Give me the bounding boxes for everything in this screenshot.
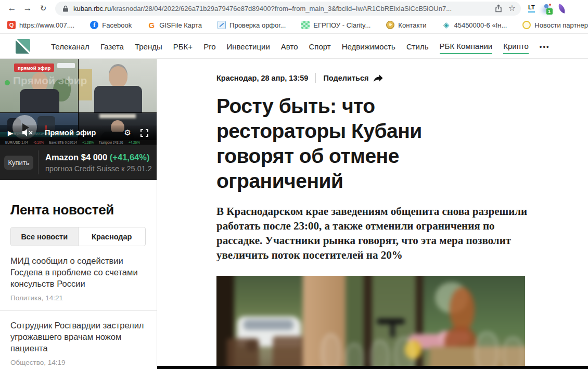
video-title: Прямой эфир <box>45 129 96 137</box>
bookmark-partner-news[interactable]: Новости партнер... <box>522 21 588 29</box>
nav-avto[interactable]: Авто <box>281 39 298 54</box>
nav-pro[interactable]: Pro <box>203 39 215 54</box>
article: Краснодар, 28 апр, 13:59 Поделиться Рост… <box>157 59 588 369</box>
news-feed: Лента новостей Все новости Краснодар МИД… <box>0 202 157 369</box>
nav-telekanal[interactable]: Телеканал <box>51 39 90 54</box>
tab-krasnodar[interactable]: Краснодар <box>78 227 146 246</box>
person-extension-icon[interactable]: 1 <box>542 4 551 12</box>
live-badge: прямой эфир <box>14 63 54 72</box>
photo-wine-glass <box>322 334 340 369</box>
tab-all-news[interactable]: Все новости <box>11 227 78 246</box>
mute-icon[interactable] <box>22 129 33 136</box>
nav-rbk-plus[interactable]: РБК+ <box>173 39 193 54</box>
clarity-icon <box>301 21 310 29</box>
nav-more-icon[interactable]: ••• <box>540 43 550 50</box>
screen: ← → ↻ kuban.rbc.ru/krasnodar/28/04/2022/… <box>0 0 588 369</box>
sidebar: ИЯ #СОТРУДНИКИ #ПРОСТОЙ прямой эфир Прям… <box>0 59 157 369</box>
q-search-icon: Q <box>7 21 16 29</box>
stock-forecast: прогноз Credit Suisse к 25.01.2 <box>45 164 152 173</box>
lock-icon <box>62 5 69 12</box>
live-dot-icon <box>5 80 10 85</box>
reload-icon[interactable]: ↻ <box>35 4 51 13</box>
share-button[interactable]: Поделиться <box>323 74 384 82</box>
url-text[interactable]: kuban.rbc.ru/krasnodar/28/04/2022/626a71… <box>73 5 489 12</box>
stock-change: (+41,64%) <box>110 152 150 162</box>
photo-wine-glass <box>476 332 498 369</box>
nav-trendy[interactable]: Тренды <box>135 39 162 54</box>
play-icon[interactable]: ▶ <box>8 129 13 137</box>
video-feed-2 <box>79 59 157 112</box>
bookmarks-bar: Qhttps://www.007.... fFacebook GGISFile … <box>0 17 588 34</box>
live-video-player[interactable]: ИЯ #СОТРУДНИКИ #ПРОСТОЙ прямой эфир Прям… <box>0 59 157 145</box>
share-arrow-icon <box>373 74 384 82</box>
article-title: Росту быть: что рестораторы Кубани говор… <box>216 94 471 194</box>
bookmark-clarity[interactable]: ЕГРПОУ - Clarity... <box>301 21 370 29</box>
photo-wine-glass <box>370 340 389 369</box>
feed-item[interactable]: Сотрудник Росгвардии застрелил угрожавше… <box>0 311 157 369</box>
settings-gear-icon[interactable]: ⚙ <box>124 128 131 137</box>
feed-title: Лента новостей <box>10 202 146 218</box>
bookmark-007[interactable]: Qhttps://www.007.... <box>7 21 74 29</box>
url-bar[interactable]: kuban.rbc.ru/krasnodar/28/04/2022/626a71… <box>55 2 521 16</box>
languagetool-extension-icon[interactable]: LT <box>528 4 535 12</box>
photo-wine-glass <box>503 337 523 369</box>
share-page-icon[interactable] <box>495 4 502 12</box>
fullscreen-icon[interactable] <box>140 129 148 137</box>
live-ghost-label: Прямой эфир <box>13 74 87 87</box>
photo-wine-glass <box>394 337 414 369</box>
buy-button[interactable]: Купить <box>4 156 33 170</box>
rbc-logo[interactable] <box>16 39 30 54</box>
bookmark-spellcheck[interactable]: Проверка орфог... <box>218 21 286 29</box>
nav-sport[interactable]: Спорт <box>309 39 330 54</box>
article-lede: В Краснодарском крае заведениям общепита… <box>216 204 529 262</box>
photo-car-window <box>244 320 293 330</box>
stock-ticker: EUR/USD 1.04 -0.10% Банк ВТБ 0.02014 +1.… <box>0 140 157 145</box>
bookmark-gisfile[interactable]: GGISFile Карта <box>147 21 202 29</box>
facebook-icon: f <box>90 21 98 29</box>
feather-extension-icon[interactable] <box>557 4 566 13</box>
gisfile-icon: G <box>147 21 156 29</box>
photo-wine-glass <box>346 343 363 369</box>
bookmark-facebook[interactable]: fFacebook <box>90 21 132 29</box>
photo-door-handle-stem <box>390 324 395 337</box>
feed-tabs: Все новости Краснодар <box>10 227 146 246</box>
browser-toolbar: ← → ↻ kuban.rbc.ru/krasnodar/28/04/2022/… <box>0 0 588 17</box>
bottom-bar <box>157 366 588 369</box>
photo-chair <box>227 338 259 369</box>
nav-stil[interactable]: Стиль <box>406 39 429 54</box>
back-icon[interactable]: ← <box>4 3 20 14</box>
bookmark-star-icon[interactable]: ☆ <box>508 4 516 12</box>
video-controls: ▶ Прямой эфир ⚙ <box>0 125 157 140</box>
feed-item[interactable]: МИД сообщил о содействии Госдепа в пробл… <box>0 246 157 311</box>
medal-icon <box>386 21 394 29</box>
stock-widget: Купить Amazon $4 000 (+41,64%) прогноз C… <box>0 145 157 180</box>
forward-icon[interactable]: → <box>20 3 35 14</box>
extensions-area: LT 1 <box>528 4 566 12</box>
article-kicker: Краснодар, 28 апр, 13:59 <box>216 74 308 82</box>
photo-orange-bush <box>450 287 475 332</box>
site-nav: Телеканал Газета Тренды РБК+ Pro Инвести… <box>0 34 588 59</box>
bookmark-tender[interactable]: ◈45450000-6 «Ін... <box>442 21 507 29</box>
spellcheck-icon <box>218 21 226 29</box>
stock-name: Amazon $4 000 <box>45 152 107 162</box>
photo-chair <box>273 336 306 369</box>
nav-gazeta[interactable]: Газета <box>100 39 124 54</box>
nav-investicii[interactable]: Инвестиции <box>226 39 270 54</box>
extension-badge: 1 <box>546 8 553 15</box>
nav-rbk-kompanii[interactable]: РБК Компании <box>440 39 493 54</box>
page-body: ИЯ #СОТРУДНИКИ #ПРОСТОЙ прямой эфир Прям… <box>0 59 588 369</box>
nav-kripto[interactable]: Крипто <box>503 39 529 54</box>
bookmark-contacts[interactable]: Контакти <box>386 21 426 29</box>
ring-icon <box>522 21 531 29</box>
article-image <box>216 276 525 369</box>
nav-nedvizhimost[interactable]: Недвижимость <box>342 39 395 54</box>
diamond-icon: ◈ <box>442 21 450 29</box>
